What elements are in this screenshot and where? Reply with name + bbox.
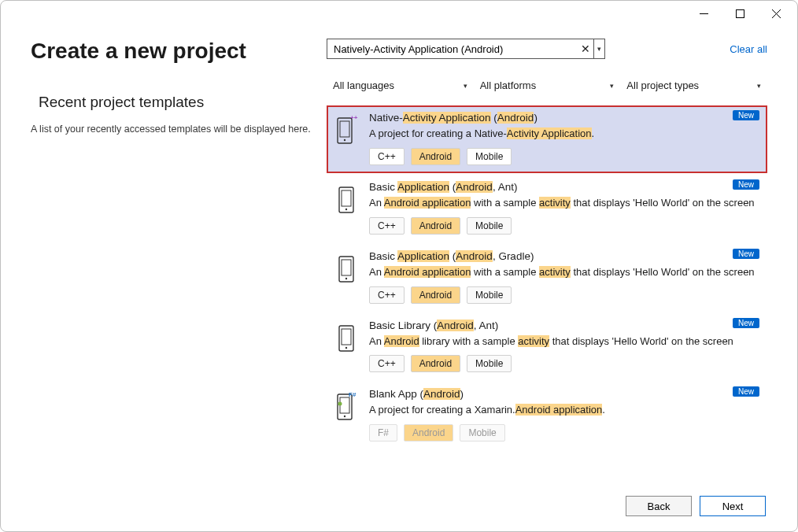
tag: Mobile (467, 355, 512, 372)
template-body: Basic Library (Android, Ant)An Android l… (369, 320, 759, 373)
recent-templates-heading: Recent project templates (31, 94, 314, 111)
phone-template-icon (334, 321, 358, 356)
template-title: Native-Activity Application (Android) (369, 112, 759, 124)
svg-rect-18 (340, 397, 349, 413)
filter-languages[interactable]: All languages ▾ (327, 76, 474, 94)
template-body: Basic Application (Android, Ant)An Andro… (369, 181, 759, 235)
tag: Mobile (467, 217, 512, 235)
svg-rect-15 (342, 329, 351, 345)
chevron-down-icon: ▾ (757, 82, 761, 90)
left-column: Create a new project Recent project temp… (31, 26, 327, 481)
right-column: ✕ ▾ Clear all All languages ▾ All platfo… (327, 26, 797, 481)
filter-row: All languages ▾ All platforms ▾ All proj… (327, 76, 767, 94)
clear-all-link[interactable]: Clear all (730, 43, 767, 55)
chevron-down-icon: ▾ (610, 82, 614, 90)
tag: C++ (369, 355, 405, 372)
template-description: An Android application with a sample act… (369, 265, 759, 280)
fs-template-icon: F# (334, 390, 358, 424)
template-body: Basic Application (Android, Gradle)An An… (369, 250, 759, 304)
svg-rect-1 (736, 9, 744, 17)
close-button[interactable] (758, 2, 794, 25)
filter-languages-label: All languages (333, 79, 394, 91)
tag: C++ (369, 148, 405, 165)
clear-search-button[interactable]: ✕ (578, 39, 593, 58)
chevron-down-icon: ▾ (597, 45, 601, 53)
template-description: An Android library with a sample activit… (369, 334, 759, 349)
svg-rect-9 (342, 190, 351, 206)
tag: Android (411, 217, 460, 235)
template-description: A project for creating a Xamarin.Android… (369, 403, 759, 418)
search-dropdown-button[interactable]: ▾ (593, 39, 604, 58)
new-project-dialog: Create a new project Recent project temp… (0, 0, 798, 532)
new-badge: New (733, 386, 759, 397)
template-tags: C++AndroidMobile (369, 286, 759, 304)
template-item[interactable]: Basic Library (Android, Ant)An Android l… (327, 313, 767, 381)
template-description: A project for creating a Native-Activity… (369, 127, 759, 142)
template-list: ++Native-Activity Application (Android)A… (327, 105, 767, 481)
tag: Mobile (460, 424, 504, 441)
filter-project-types-label: All project types (626, 79, 699, 91)
search-field-wrapper: ✕ ▾ (327, 39, 605, 59)
filter-project-types[interactable]: All project types ▾ (620, 76, 767, 94)
phone-template-icon (334, 183, 358, 217)
next-button[interactable]: Next (700, 496, 766, 516)
filter-platforms-label: All platforms (480, 79, 537, 91)
tag: Android (411, 286, 460, 304)
template-tags: C++AndroidMobile (369, 148, 759, 165)
svg-rect-5 (340, 121, 349, 137)
template-title: Blank App (Android) (369, 388, 759, 400)
search-input[interactable] (327, 39, 578, 58)
template-title: Basic Application (Android, Gradle) (369, 250, 759, 262)
tag: F# (369, 424, 397, 441)
tag: Android (411, 148, 460, 165)
svg-point-10 (345, 209, 347, 210)
titlebar (1, 1, 797, 26)
new-badge: New (733, 179, 759, 190)
tag: C++ (369, 217, 405, 235)
template-body: Native-Activity Application (Android)A p… (369, 112, 759, 165)
page-title: Create a new project (31, 39, 314, 64)
cpp-template-icon: ++ (334, 113, 358, 148)
new-badge: New (733, 318, 759, 328)
template-item[interactable]: ++Native-Activity Application (Android)A… (327, 105, 767, 173)
maximize-button[interactable] (722, 2, 758, 25)
close-icon (772, 9, 781, 18)
template-tags: C++AndroidMobile (369, 217, 759, 235)
recent-templates-text: A list of your recently accessed templat… (31, 122, 314, 136)
minimize-button[interactable] (685, 2, 722, 25)
template-item[interactable]: Basic Application (Android, Gradle)An An… (327, 244, 767, 312)
svg-rect-12 (342, 260, 351, 275)
template-description: An Android application with a sample act… (369, 196, 759, 211)
back-button[interactable]: Back (626, 496, 692, 516)
maximize-icon (736, 9, 744, 18)
svg-point-16 (345, 346, 347, 348)
tag: Mobile (467, 148, 512, 165)
content-area: Create a new project Recent project temp… (1, 26, 797, 481)
search-row: ✕ ▾ Clear all (327, 39, 767, 59)
template-tags: C++AndroidMobile (369, 355, 759, 372)
svg-point-6 (344, 139, 345, 141)
svg-text:++: ++ (350, 114, 358, 121)
svg-point-13 (345, 277, 347, 279)
close-icon: ✕ (581, 42, 590, 55)
svg-text:F#: F# (349, 391, 357, 398)
new-badge: New (733, 249, 759, 259)
tag: Android (411, 355, 460, 372)
template-title: Basic Application (Android, Ant) (369, 181, 759, 193)
chevron-down-icon: ▾ (464, 82, 467, 90)
phone-template-icon (334, 252, 358, 286)
new-badge: New (733, 110, 759, 120)
template-item[interactable]: Basic Application (Android, Ant)An Andro… (327, 175, 767, 242)
svg-point-21 (338, 402, 342, 406)
template-title: Basic Library (Android, Ant) (369, 320, 759, 331)
template-body: Blank App (Android)A project for creatin… (369, 388, 759, 441)
tag: C++ (369, 286, 405, 304)
tag: Mobile (467, 286, 512, 304)
minimize-icon (700, 9, 708, 18)
template-tags: F#AndroidMobile (369, 424, 759, 441)
filter-platforms[interactable]: All platforms ▾ (474, 76, 621, 94)
template-item[interactable]: F#Blank App (Android)A project for creat… (327, 382, 767, 449)
svg-point-19 (344, 416, 345, 417)
tag: Android (404, 424, 453, 441)
footer: Back Next (1, 481, 797, 531)
